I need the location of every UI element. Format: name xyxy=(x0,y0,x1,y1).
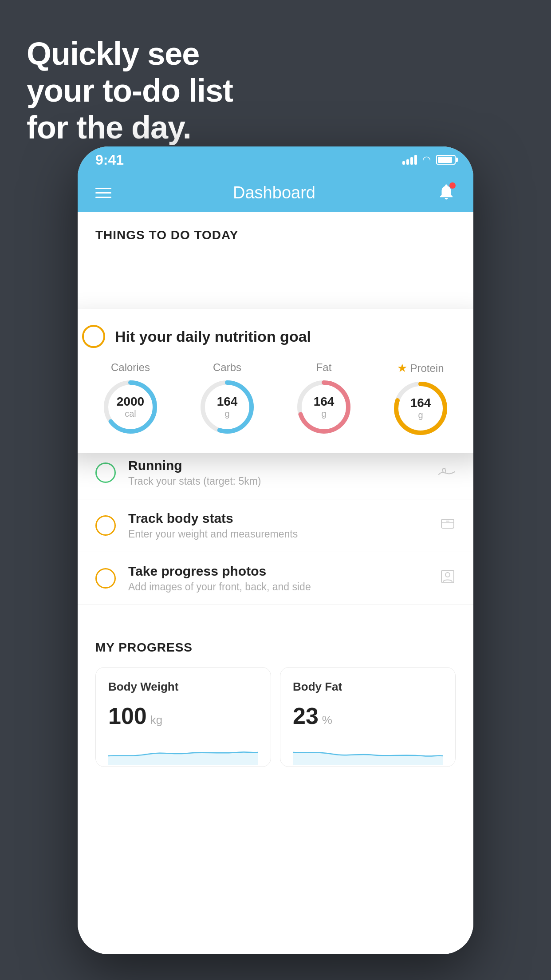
todo-title-body-stats: Track body stats xyxy=(128,511,427,526)
card-header: Hit your daily nutrition goal xyxy=(82,325,469,348)
nutrition-card: Hit your daily nutrition goal Calories xyxy=(78,309,473,453)
nutrition-carbs: Carbs 164 g xyxy=(198,361,256,436)
progress-title: MY PROGRESS xyxy=(95,640,456,655)
todo-text-running: Running Track your stats (target: 5km) xyxy=(128,458,425,487)
menu-button[interactable] xyxy=(95,188,111,198)
wifi-icon: ◠ xyxy=(422,154,431,166)
nutrition-calories: Calories 2000 cal xyxy=(102,361,159,436)
headline-line1: Quickly see xyxy=(27,36,233,72)
todo-item-running[interactable]: Running Track your stats (target: 5km) xyxy=(78,447,473,499)
nutrition-circles: Calories 2000 cal xyxy=(82,361,469,437)
nav-title: Dashboard xyxy=(233,183,315,202)
svg-point-10 xyxy=(445,573,450,577)
todo-subtitle-photos: Add images of your front, back, and side xyxy=(128,581,427,593)
protein-label-row: ★ Protein xyxy=(397,361,444,375)
fat-unit: g xyxy=(314,409,335,419)
task-checkbox[interactable] xyxy=(82,325,105,348)
carbs-donut: 164 g xyxy=(198,378,256,436)
body-fat-value: 23 xyxy=(293,703,319,729)
body-fat-unit: % xyxy=(322,713,332,727)
protein-donut: 164 g xyxy=(392,379,449,437)
nutrition-protein: ★ Protein 164 g xyxy=(392,361,449,437)
body-fat-value-row: 23 % xyxy=(293,703,443,729)
carbs-unit: g xyxy=(217,409,238,419)
calories-value: 2000 xyxy=(117,395,144,409)
todo-text-body-stats: Track body stats Enter your weight and m… xyxy=(128,511,427,540)
section-header: THINGS TO DO TODAY xyxy=(78,212,473,251)
shoe-icon xyxy=(438,463,456,482)
body-weight-card: Body Weight 100 kg xyxy=(95,667,271,767)
battery-icon xyxy=(436,155,456,165)
todo-checkbox-photos[interactable] xyxy=(95,568,116,589)
todo-checkbox-running[interactable] xyxy=(95,462,116,483)
body-weight-sparkline xyxy=(108,738,258,765)
todo-item-body-stats[interactable]: Track body stats Enter your weight and m… xyxy=(78,499,473,552)
nutrition-fat: Fat 164 g xyxy=(295,361,353,436)
protein-label: Protein xyxy=(410,362,444,375)
carbs-value: 164 xyxy=(217,395,238,409)
todo-subtitle-body-stats: Enter your weight and measurements xyxy=(128,528,427,540)
section-title: THINGS TO DO TODAY xyxy=(95,228,238,242)
todo-checkbox-body-stats[interactable] xyxy=(95,515,116,536)
signal-icon xyxy=(402,155,417,165)
fat-donut: 164 g xyxy=(295,378,353,436)
calories-label: Calories xyxy=(111,361,150,374)
todo-text-photos: Take progress photos Add images of your … xyxy=(128,564,427,593)
protein-unit: g xyxy=(410,410,431,420)
headline-line2: your to-do list xyxy=(27,72,233,109)
nav-bar: Dashboard xyxy=(78,173,473,212)
phone-frame: 9:41 ◠ Dashboard THINGS TO DO TODAY xyxy=(78,146,473,954)
star-icon: ★ xyxy=(397,361,407,375)
fat-value: 164 xyxy=(314,395,335,409)
calories-unit: cal xyxy=(117,409,144,419)
app-content: THINGS TO DO TODAY Hit your daily nutrit… xyxy=(78,212,473,954)
body-fat-sparkline xyxy=(293,738,443,765)
todo-subtitle-running: Track your stats (target: 5km) xyxy=(128,475,425,487)
body-weight-value: 100 xyxy=(108,703,147,729)
notification-button[interactable] xyxy=(437,182,456,203)
body-fat-title: Body Fat xyxy=(293,680,443,694)
headline-line3: for the day. xyxy=(27,109,233,146)
carbs-label: Carbs xyxy=(213,361,241,374)
scale-icon xyxy=(440,516,456,536)
todo-title-photos: Take progress photos xyxy=(128,564,427,579)
todo-list: Running Track your stats (target: 5km) T… xyxy=(78,447,473,605)
person-icon xyxy=(440,569,456,589)
nutrition-card-title: Hit your daily nutrition goal xyxy=(115,328,311,345)
body-weight-value-row: 100 kg xyxy=(108,703,258,729)
headline: Quickly see your to-do list for the day. xyxy=(27,36,233,146)
status-icons: ◠ xyxy=(402,154,456,166)
body-weight-title: Body Weight xyxy=(108,680,258,694)
fat-label: Fat xyxy=(316,361,332,374)
status-time: 9:41 xyxy=(95,152,124,168)
body-fat-card: Body Fat 23 % xyxy=(280,667,456,767)
progress-section: MY PROGRESS Body Weight 100 kg xyxy=(78,623,473,785)
progress-cards: Body Weight 100 kg Body Fat 23 % xyxy=(95,667,456,767)
todo-title-running: Running xyxy=(128,458,425,473)
protein-value: 164 xyxy=(410,396,431,410)
calories-donut: 2000 cal xyxy=(102,378,159,436)
notification-badge xyxy=(449,182,456,189)
body-weight-unit: kg xyxy=(150,713,162,727)
status-bar: 9:41 ◠ xyxy=(78,146,473,173)
todo-item-photos[interactable]: Take progress photos Add images of your … xyxy=(78,552,473,605)
